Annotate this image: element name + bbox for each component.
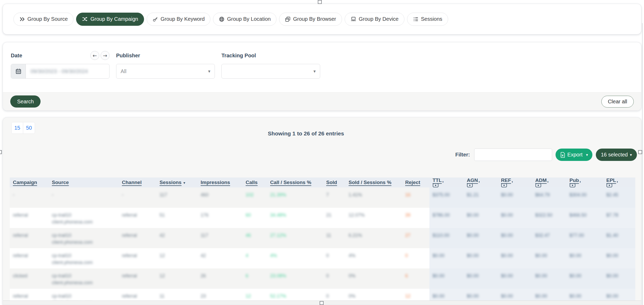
calendar-icon[interactable] [11, 64, 26, 78]
date-next-button[interactable]: → [101, 51, 110, 60]
cell-value: 11 [160, 293, 165, 299]
cell-ref: $0.00 [498, 187, 532, 208]
cell-value: referral [13, 232, 28, 239]
group-by-device-button[interactable]: Group By Device [345, 13, 404, 26]
column-header-channel[interactable]: Channel [119, 177, 156, 187]
cell-call_sessions: 27.12% [267, 228, 323, 248]
cell-value: $0.00 [569, 272, 581, 279]
column-label: Pub [569, 177, 579, 183]
column-label: Impressions [201, 180, 230, 185]
column-header-agn[interactable]: AGN, [464, 177, 498, 187]
column-header-impressions[interactable]: Impressions [197, 177, 242, 187]
double-chevron-icon [19, 16, 25, 22]
search-button[interactable]: Search [10, 95, 41, 108]
cell-agn: $1.21 [464, 187, 498, 208]
tracking-pool-select[interactable]: ▾ [221, 64, 320, 79]
cell-calls: 60 [242, 208, 267, 228]
date-range-input[interactable]: 09/30/2023 - 09/30/2024 [11, 64, 110, 79]
column-header-call_sessions[interactable]: Call / Sessions % [267, 177, 323, 187]
group-by-browser-button[interactable]: Group By Browser [279, 13, 342, 26]
cell-value: $0.00 [467, 252, 479, 259]
cell-sessions: 117 [156, 187, 197, 208]
column-header-reject[interactable]: Reject [402, 177, 429, 187]
column-header-epl[interactable]: EPL, [603, 177, 635, 187]
cell-pub: $466.50 [566, 208, 603, 228]
cell-value: - [13, 191, 14, 198]
column-header-calls[interactable]: Calls [242, 177, 267, 187]
publisher-select[interactable]: All ▾ [116, 64, 215, 79]
cell-ttl: $375.00 [429, 187, 464, 208]
columns-selected-button[interactable]: 16 selected ▾ [596, 149, 637, 161]
cell-value: $466.50 [569, 212, 587, 218]
browser-icon [285, 16, 291, 22]
date-prev-button[interactable]: ← [90, 51, 99, 60]
selection-handle-top[interactable] [318, 0, 322, 4]
list-icon [413, 16, 419, 22]
column-header-ref[interactable]: REF, [498, 177, 532, 187]
column-header-pub[interactable]: Pub, [566, 177, 603, 187]
cell-reject: 27 [402, 228, 429, 248]
publisher-field-group: Publisher All ▾ [116, 51, 215, 79]
cell-reject: 39 [402, 208, 429, 228]
cell-value: $0.00 [569, 252, 581, 259]
column-header-source[interactable]: Source [49, 177, 119, 187]
cell-calls: 12 [242, 289, 267, 301]
cell-adm: $322.50 [532, 208, 566, 228]
showing-entries-text: Showing 1 to 26 of 26 entries [3, 130, 609, 137]
cell-value: 60 [246, 212, 251, 218]
cell-call_sessions: 52.17% [267, 289, 323, 301]
column-label: Reject [405, 180, 420, 185]
cell-value: cp-trail10 client.phonexa.com [52, 252, 93, 266]
selection-handle-bottom[interactable] [320, 301, 324, 305]
column-header-sold[interactable]: Sold [323, 177, 345, 187]
cell-adm: $0.00 [532, 289, 566, 301]
table-filter-input[interactable] [474, 149, 552, 161]
cell-value: $0.00 [535, 293, 547, 299]
cell-ttl: $0.00 [429, 268, 464, 289]
clear-all-button[interactable]: Clear all [601, 96, 634, 108]
column-header-ttl[interactable]: TTL, [429, 177, 464, 187]
cell-epl: $0.00 [603, 289, 635, 301]
cell-ref: $0.00 [498, 228, 532, 248]
selection-handle-left[interactable] [0, 150, 2, 154]
column-header-sessions[interactable]: Sessions▾ [156, 177, 197, 187]
sessions-button[interactable]: Sessions [407, 13, 448, 26]
money-separator: , [579, 177, 581, 183]
arrow-right-icon: → [103, 53, 107, 58]
cell-value: $0.00 [467, 293, 479, 299]
cell-channel: referral [119, 268, 156, 289]
selection-handle-right[interactable] [638, 150, 642, 154]
cell-call_sessions: 4% [267, 248, 323, 268]
globe-icon [219, 16, 225, 22]
cell-value: 21 [326, 212, 331, 218]
export-button[interactable]: Export ▾ [556, 149, 592, 161]
column-header-campaign[interactable]: Campaign [10, 177, 49, 187]
cell-reject: 12 [402, 289, 429, 301]
cell-sold: 11 [323, 228, 345, 248]
cell-epl: $1.40 [603, 228, 635, 248]
group-by-location-button[interactable]: Group By Location [213, 13, 276, 26]
money-separator: , [512, 177, 513, 183]
cell-epl: $0.00 [603, 248, 635, 268]
chip-label: Group By Source [27, 16, 68, 22]
group-by-keyword-button[interactable]: Group By Keyword [147, 13, 211, 26]
column-header-sold_sessions[interactable]: Sold / Sessions % [345, 177, 402, 187]
cell-sold: 21 [323, 208, 345, 228]
cell-campaign: referral [10, 228, 49, 248]
cell-value: 12.07% [349, 212, 365, 218]
column-label: REF [501, 177, 511, 183]
column-label: Call / Sessions % [270, 180, 311, 185]
cell-sessions: 12 [156, 268, 197, 289]
cell-value: 6.21% [349, 232, 362, 239]
cell-value: 12 [246, 293, 251, 299]
cell-ref: $0.00 [498, 208, 532, 228]
group-by-source-button[interactable]: Group By Source [13, 13, 73, 26]
cell-sold: 0 [323, 268, 345, 289]
group-by-campaign-button[interactable]: Group By Campaign [76, 13, 144, 26]
cell-sessions: 42 [156, 228, 197, 248]
shuffle-icon [82, 16, 88, 22]
cell-agn: $0.00 [464, 208, 498, 228]
chip-label: Group By Campaign [90, 16, 138, 22]
column-header-adm[interactable]: ADM, [532, 177, 566, 187]
cell-value: 27.12% [270, 232, 286, 239]
